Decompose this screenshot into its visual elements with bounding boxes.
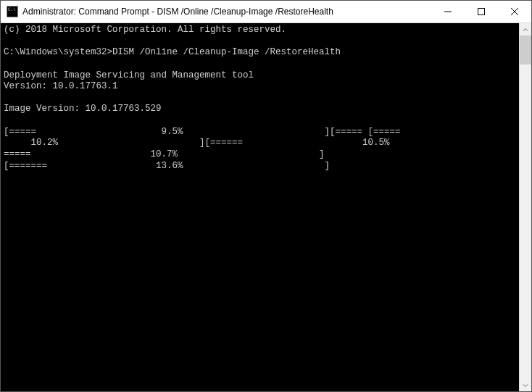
vertical-scrollbar[interactable]	[519, 23, 531, 391]
window-titlebar: Administrator: Command Prompt - DISM /On…	[1, 1, 531, 23]
maximize-button[interactable]	[465, 1, 498, 22]
minimize-button[interactable]	[431, 1, 465, 22]
scroll-down-button[interactable]	[520, 379, 531, 391]
window-title: Administrator: Command Prompt - DISM /On…	[22, 7, 431, 17]
terminal-container: (c) 2018 Microsoft Corporation. All righ…	[1, 23, 531, 391]
scroll-up-button[interactable]	[520, 23, 531, 36]
close-button[interactable]	[498, 1, 531, 22]
scroll-thumb[interactable]	[520, 36, 531, 64]
cmd-icon	[7, 6, 18, 17]
minimize-icon	[444, 8, 452, 15]
terminal-output[interactable]: (c) 2018 Microsoft Corporation. All righ…	[1, 23, 519, 391]
close-icon	[511, 8, 518, 15]
chevron-down-icon	[523, 383, 528, 388]
svg-rect-0	[444, 12, 452, 12]
maximize-icon	[478, 8, 485, 15]
window-controls	[431, 1, 531, 22]
svg-rect-1	[478, 9, 485, 15]
chevron-up-icon	[523, 27, 528, 33]
